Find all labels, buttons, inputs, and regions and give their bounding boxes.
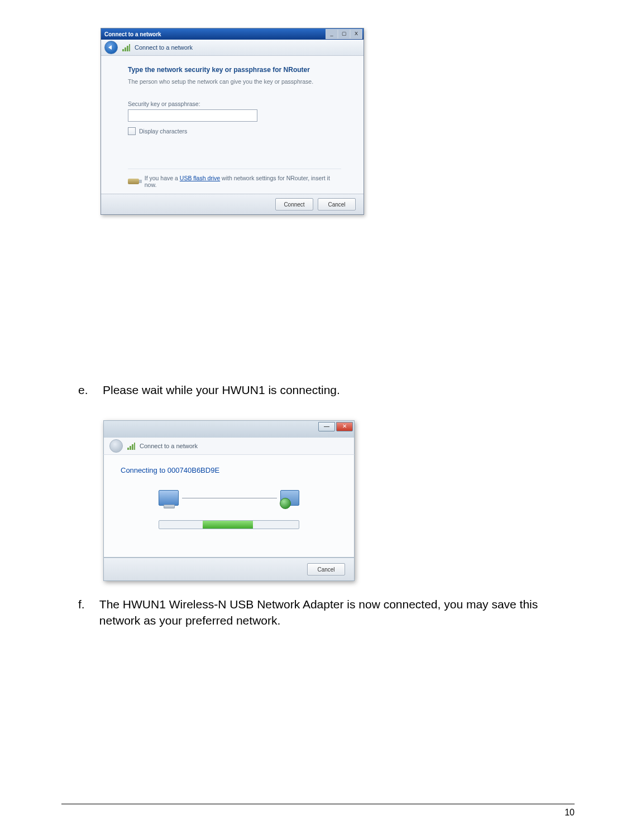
close-button[interactable]: ✕ [336,422,353,431]
dialog-header: Connect to a network [101,40,364,56]
step-f: f. The HWUN1 Wireless-N USB Network Adap… [78,597,575,628]
dialog-connect-passphrase: Connect to a network _ ▢ X Connect to a … [101,28,364,215]
usb-hint-prefix: If you have a [145,175,180,181]
window-titlebar: Connect to a network _ ▢ X [101,28,364,40]
connect-button[interactable]: Connect [275,198,313,210]
dialog-body: Type the network security key or passphr… [101,56,364,194]
wifi-signal-icon [127,442,135,450]
minimize-button[interactable]: _ [326,29,338,39]
maximize-button[interactable]: ▢ [338,29,350,39]
dialog-header-label: Connect to a network [135,44,193,51]
document-page: Connect to a network _ ▢ X Connect to a … [0,0,636,840]
step-e: e. Please wait while your HWUN1 is conne… [78,382,575,398]
dialog-body: Connecting to 000740B6BD9E [103,454,355,558]
dialog-footer: Cancel [103,558,355,581]
window-title: Connect to a network [104,31,161,37]
step-e-text: Please wait while your HWUN1 is connecti… [103,382,340,398]
computer-icon [159,490,179,506]
display-characters-row: Display characters [128,127,341,135]
page-number: 10 [565,808,575,817]
step-e-letter: e. [78,382,93,398]
back-button[interactable] [104,41,118,54]
usb-hint-row: If you have a USB flash drive with netwo… [128,169,341,188]
window-titlebar-aero: — ✕ [103,420,355,438]
dialog-header-label: Connect to a network [140,443,198,449]
progress-indicator [203,521,253,529]
minimize-button[interactable]: — [318,422,335,431]
connecting-status: Connecting to 000740B6BD9E [121,466,337,474]
cancel-button[interactable]: Cancel [307,563,345,575]
back-button[interactable] [109,439,123,453]
usb-drive-icon [128,179,139,184]
usb-hint-text: If you have a USB flash drive with netwo… [145,175,341,188]
dialog-subtext: The person who setup the network can giv… [128,78,341,85]
display-characters-checkbox[interactable] [128,127,136,135]
page-footer: 10 [61,804,575,818]
progress-bar [159,520,299,529]
connection-line [182,498,277,498]
passphrase-input[interactable] [128,109,257,122]
close-button[interactable]: X [350,29,362,39]
wifi-signal-icon [122,44,130,51]
dialog-connecting: — ✕ Connect to a network Connecting to 0… [103,420,355,581]
connection-diagram [121,490,337,506]
dialog-footer: Connect Cancel [101,194,364,214]
dialog-heading: Type the network security key or passphr… [128,66,341,74]
display-characters-label: Display characters [139,128,187,135]
step-f-text: The HWUN1 Wireless-N USB Network Adapter… [99,597,575,628]
window-controls: _ ▢ X [326,29,362,39]
network-globe-icon [280,490,299,506]
passphrase-label: Security key or passphrase: [128,100,341,107]
step-f-letter: f. [78,597,89,628]
cancel-button[interactable]: Cancel [318,198,356,210]
dialog-header: Connect to a network [103,438,355,454]
usb-flash-drive-link[interactable]: USB flash drive [180,175,220,181]
